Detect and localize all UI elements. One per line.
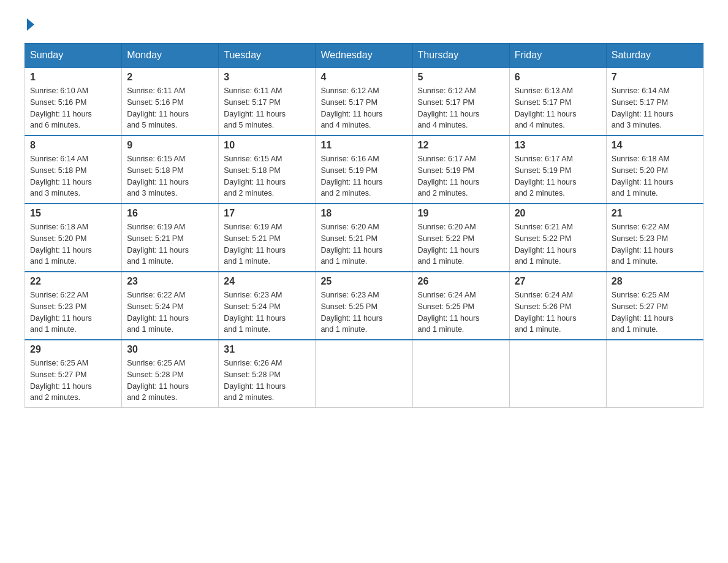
day-info: Sunrise: 6:24 AM Sunset: 5:25 PM Dayligh… (418, 289, 504, 335)
calendar-day-cell (316, 340, 412, 408)
calendar-header-row: SundayMondayTuesdayWednesdayThursdayFrid… (25, 44, 703, 68)
calendar-header-day: Saturday (606, 44, 703, 68)
day-info: Sunrise: 6:12 AM Sunset: 5:17 PM Dayligh… (320, 85, 407, 131)
calendar-day-cell: 6 Sunrise: 6:13 AM Sunset: 5:17 PM Dayli… (509, 67, 606, 136)
day-info: Sunrise: 6:23 AM Sunset: 5:24 PM Dayligh… (224, 289, 310, 335)
day-info: Sunrise: 6:17 AM Sunset: 5:19 PM Dayligh… (418, 153, 504, 199)
day-number: 5 (418, 72, 504, 83)
day-number: 15 (30, 208, 116, 219)
calendar-day-cell: 5 Sunrise: 6:12 AM Sunset: 5:17 PM Dayli… (412, 67, 509, 136)
calendar-day-cell: 22 Sunrise: 6:22 AM Sunset: 5:23 PM Dayl… (25, 272, 122, 340)
day-info: Sunrise: 6:26 AM Sunset: 5:28 PM Dayligh… (224, 358, 310, 404)
day-info: Sunrise: 6:25 AM Sunset: 5:27 PM Dayligh… (612, 289, 698, 335)
calendar-header-day: Friday (509, 44, 606, 68)
calendar-day-cell: 12 Sunrise: 6:17 AM Sunset: 5:19 PM Dayl… (412, 136, 509, 204)
day-number: 4 (320, 72, 407, 83)
day-info: Sunrise: 6:13 AM Sunset: 5:17 PM Dayligh… (515, 85, 601, 131)
calendar-day-cell: 9 Sunrise: 6:15 AM Sunset: 5:18 PM Dayli… (122, 136, 219, 204)
day-number: 28 (612, 276, 698, 287)
calendar-day-cell: 16 Sunrise: 6:19 AM Sunset: 5:21 PM Dayl… (122, 204, 219, 272)
calendar-day-cell: 19 Sunrise: 6:20 AM Sunset: 5:22 PM Dayl… (412, 204, 509, 272)
calendar-body: 1 Sunrise: 6:10 AM Sunset: 5:16 PM Dayli… (25, 67, 703, 408)
day-number: 11 (320, 140, 407, 151)
calendar-header-day: Thursday (412, 44, 509, 68)
day-info: Sunrise: 6:17 AM Sunset: 5:19 PM Dayligh… (515, 153, 601, 199)
day-info: Sunrise: 6:18 AM Sunset: 5:20 PM Dayligh… (612, 153, 698, 199)
calendar-day-cell: 2 Sunrise: 6:11 AM Sunset: 5:16 PM Dayli… (122, 67, 219, 136)
day-info: Sunrise: 6:10 AM Sunset: 5:16 PM Dayligh… (30, 85, 116, 131)
day-info: Sunrise: 6:20 AM Sunset: 5:21 PM Dayligh… (320, 221, 407, 267)
day-number: 20 (515, 208, 601, 219)
calendar-day-cell: 3 Sunrise: 6:11 AM Sunset: 5:17 PM Dayli… (219, 67, 316, 136)
day-number: 16 (127, 208, 213, 219)
day-info: Sunrise: 6:21 AM Sunset: 5:22 PM Dayligh… (515, 221, 601, 267)
day-info: Sunrise: 6:22 AM Sunset: 5:23 PM Dayligh… (612, 221, 698, 267)
calendar-day-cell: 15 Sunrise: 6:18 AM Sunset: 5:20 PM Dayl… (25, 204, 122, 272)
calendar-day-cell: 30 Sunrise: 6:25 AM Sunset: 5:28 PM Dayl… (122, 340, 219, 408)
calendar-day-cell: 1 Sunrise: 6:10 AM Sunset: 5:16 PM Dayli… (25, 67, 122, 136)
day-info: Sunrise: 6:11 AM Sunset: 5:17 PM Dayligh… (224, 85, 310, 131)
calendar-day-cell: 11 Sunrise: 6:16 AM Sunset: 5:19 PM Dayl… (316, 136, 412, 204)
day-info: Sunrise: 6:14 AM Sunset: 5:18 PM Dayligh… (30, 153, 116, 199)
logo-triangle-icon (27, 18, 34, 31)
day-info: Sunrise: 6:18 AM Sunset: 5:20 PM Dayligh… (30, 221, 116, 267)
calendar-day-cell: 8 Sunrise: 6:14 AM Sunset: 5:18 PM Dayli… (25, 136, 122, 204)
logo-blue-block (25, 18, 34, 31)
day-info: Sunrise: 6:11 AM Sunset: 5:16 PM Dayligh… (127, 85, 213, 131)
calendar-day-cell: 31 Sunrise: 6:26 AM Sunset: 5:28 PM Dayl… (219, 340, 316, 408)
day-number: 22 (30, 276, 116, 287)
day-info: Sunrise: 6:22 AM Sunset: 5:24 PM Dayligh… (127, 289, 213, 335)
day-number: 9 (127, 140, 213, 151)
calendar-day-cell: 14 Sunrise: 6:18 AM Sunset: 5:20 PM Dayl… (606, 136, 703, 204)
day-number: 3 (224, 72, 310, 83)
day-number: 23 (127, 276, 213, 287)
calendar-header-day: Monday (122, 44, 219, 68)
day-number: 24 (224, 276, 310, 287)
calendar-week-row: 29 Sunrise: 6:25 AM Sunset: 5:27 PM Dayl… (25, 340, 703, 408)
day-number: 26 (418, 276, 504, 287)
day-number: 14 (612, 140, 698, 151)
day-info: Sunrise: 6:15 AM Sunset: 5:18 PM Dayligh… (127, 153, 213, 199)
calendar-day-cell (606, 340, 703, 408)
calendar-day-cell: 13 Sunrise: 6:17 AM Sunset: 5:19 PM Dayl… (509, 136, 606, 204)
day-number: 2 (127, 72, 213, 83)
calendar-week-row: 8 Sunrise: 6:14 AM Sunset: 5:18 PM Dayli… (25, 136, 703, 204)
calendar-day-cell: 7 Sunrise: 6:14 AM Sunset: 5:17 PM Dayli… (606, 67, 703, 136)
calendar-day-cell (509, 340, 606, 408)
day-info: Sunrise: 6:19 AM Sunset: 5:21 PM Dayligh… (127, 221, 213, 267)
day-number: 12 (418, 140, 504, 151)
day-info: Sunrise: 6:19 AM Sunset: 5:21 PM Dayligh… (224, 221, 310, 267)
day-number: 7 (612, 72, 698, 83)
day-number: 30 (127, 344, 213, 355)
day-number: 31 (224, 344, 310, 355)
day-info: Sunrise: 6:25 AM Sunset: 5:27 PM Dayligh… (30, 358, 116, 404)
day-info: Sunrise: 6:24 AM Sunset: 5:26 PM Dayligh… (515, 289, 601, 335)
calendar-day-cell: 21 Sunrise: 6:22 AM Sunset: 5:23 PM Dayl… (606, 204, 703, 272)
day-number: 21 (612, 208, 698, 219)
page-header (25, 18, 703, 31)
calendar-day-cell: 28 Sunrise: 6:25 AM Sunset: 5:27 PM Dayl… (606, 272, 703, 340)
calendar-day-cell: 27 Sunrise: 6:24 AM Sunset: 5:26 PM Dayl… (509, 272, 606, 340)
calendar-day-cell: 20 Sunrise: 6:21 AM Sunset: 5:22 PM Dayl… (509, 204, 606, 272)
calendar-header-day: Tuesday (219, 44, 316, 68)
calendar-day-cell (412, 340, 509, 408)
day-info: Sunrise: 6:22 AM Sunset: 5:23 PM Dayligh… (30, 289, 116, 335)
day-number: 10 (224, 140, 310, 151)
day-number: 25 (320, 276, 407, 287)
day-number: 13 (515, 140, 601, 151)
day-number: 19 (418, 208, 504, 219)
logo (25, 18, 34, 31)
day-info: Sunrise: 6:15 AM Sunset: 5:18 PM Dayligh… (224, 153, 310, 199)
calendar-header-day: Wednesday (316, 44, 412, 68)
day-info: Sunrise: 6:23 AM Sunset: 5:25 PM Dayligh… (320, 289, 407, 335)
calendar-week-row: 1 Sunrise: 6:10 AM Sunset: 5:16 PM Dayli… (25, 67, 703, 136)
calendar-week-row: 22 Sunrise: 6:22 AM Sunset: 5:23 PM Dayl… (25, 272, 703, 340)
day-info: Sunrise: 6:14 AM Sunset: 5:17 PM Dayligh… (612, 85, 698, 131)
day-info: Sunrise: 6:16 AM Sunset: 5:19 PM Dayligh… (320, 153, 407, 199)
day-number: 17 (224, 208, 310, 219)
calendar-day-cell: 18 Sunrise: 6:20 AM Sunset: 5:21 PM Dayl… (316, 204, 412, 272)
calendar-day-cell: 24 Sunrise: 6:23 AM Sunset: 5:24 PM Dayl… (219, 272, 316, 340)
calendar-day-cell: 29 Sunrise: 6:25 AM Sunset: 5:27 PM Dayl… (25, 340, 122, 408)
day-info: Sunrise: 6:25 AM Sunset: 5:28 PM Dayligh… (127, 358, 213, 404)
day-number: 18 (320, 208, 407, 219)
